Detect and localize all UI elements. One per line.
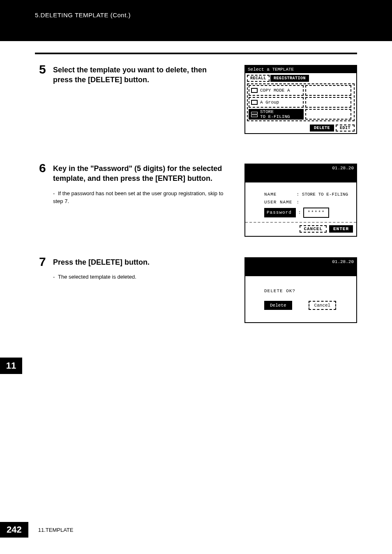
breadcrumb: 5.DELETING TEMPLATE (Cont.) — [35, 12, 131, 18]
cancel-button[interactable]: CANCEL — [300, 225, 327, 233]
step-number: 6 — [39, 161, 46, 175]
figure-template-list: Select a TEMPLATE RECALL REGISTRATION CO… — [244, 65, 357, 134]
screen-date: 01.28.20 — [332, 259, 354, 264]
tab-recall[interactable]: RECALL — [247, 75, 270, 82]
page-footer: 242 11.TEMPLATE — [0, 522, 73, 538]
screen-delete-confirm: 01.28.20 DELETE OK? Delete Cancel — [244, 257, 357, 323]
step-note: -If the password has not been set at the… — [53, 189, 226, 205]
template-item[interactable]: A Group — [249, 97, 304, 108]
step-number: 7 — [39, 255, 46, 269]
enter-button[interactable]: ENTER — [329, 225, 353, 233]
screen-template-list: Select a TEMPLATE RECALL REGISTRATION CO… — [244, 65, 357, 134]
step-5: 5 Select the template you want to delete… — [35, 65, 357, 139]
page-content: 5 Select the template you want to delete… — [35, 62, 357, 351]
template-item-empty[interactable] — [305, 97, 351, 108]
figure-password: 01.28.20 NAME : STORE TO E-FILING USER N… — [244, 164, 357, 237]
name-label: NAME — [264, 191, 294, 199]
password-label: Password — [264, 208, 296, 217]
step-6: 6 Key in the "Password" (5 digits) for t… — [35, 164, 357, 238]
step-7: 7 Press the [DELETE] button. -The select… — [35, 257, 357, 331]
template-icon — [251, 88, 258, 93]
template-item-empty[interactable] — [305, 109, 351, 120]
template-label: STORE TO E-FILING — [260, 109, 290, 119]
template-item[interactable]: COPY MODE A — [249, 85, 304, 96]
chapter-label: 11.TEMPLATE — [38, 527, 74, 533]
tab-registration[interactable]: REGISTRATION — [270, 75, 309, 82]
screen-title: Select a TEMPLATE — [245, 66, 356, 73]
page-header: 5.DELETING TEMPLATE (Cont.) — [0, 0, 392, 41]
screen-password: 01.28.20 NAME : STORE TO E-FILING USER N… — [244, 164, 357, 237]
step-title: Key in the "Password" (5 digits) for the… — [53, 164, 226, 184]
template-label: COPY MODE A — [260, 88, 290, 93]
confirm-delete-button[interactable]: Delete — [264, 301, 292, 310]
username-label: USER NAME — [264, 199, 294, 206]
step-note: -The selected template is deleted. — [53, 273, 226, 281]
edit-button[interactable]: EDIT — [336, 125, 355, 132]
confirm-text: DELETE OK? — [264, 289, 349, 293]
screen-date: 01.28.20 — [332, 166, 354, 171]
username-value: : — [297, 200, 300, 205]
chapter-tab: 11 — [0, 358, 22, 374]
step-number: 5 — [39, 62, 46, 76]
password-colon: : — [298, 209, 301, 217]
name-value: : STORE TO E-FILING — [297, 192, 348, 197]
password-field[interactable]: ***** — [303, 208, 329, 218]
template-label: A Group — [260, 100, 279, 105]
template-item-empty[interactable] — [305, 85, 351, 96]
delete-button[interactable]: DELETE — [310, 125, 334, 132]
header-rule — [35, 53, 357, 54]
page-number: 242 — [0, 522, 28, 538]
confirm-cancel-button[interactable]: Cancel — [309, 301, 337, 310]
template-item-selected[interactable]: STORE TO E-FILING — [249, 109, 304, 120]
template-icon — [251, 100, 258, 105]
template-icon — [251, 112, 258, 117]
step-title: Press the [DELETE] button. — [53, 257, 226, 267]
step-title: Select the template you want to delete, … — [53, 65, 226, 85]
figure-delete-confirm: 01.28.20 DELETE OK? Delete Cancel — [244, 257, 357, 323]
